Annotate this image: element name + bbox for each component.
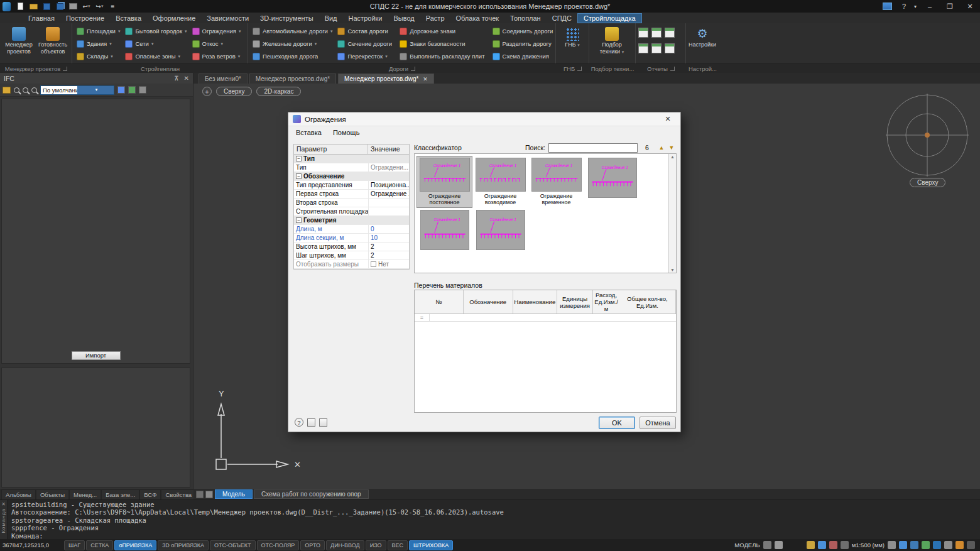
left-panel-tab[interactable]: База эле... bbox=[101, 489, 139, 499]
ribbon-button[interactable]: Состав дороги bbox=[335, 25, 396, 37]
new-file-icon[interactable] bbox=[16, 2, 25, 11]
command-line-panel[interactable]: ✕ Команда spsitebuilding - Существующее … bbox=[0, 499, 980, 539]
viewport-icon[interactable] bbox=[933, 541, 941, 549]
left-panel-tab[interactable]: Менед... bbox=[69, 489, 101, 499]
report-table-button[interactable] bbox=[638, 43, 648, 53]
ribbon-button[interactable]: Разделить дорогу bbox=[491, 38, 558, 50]
status-toggle[interactable]: ДИН-ВВОД bbox=[326, 540, 364, 550]
close-button[interactable]: ✕ bbox=[960, 0, 980, 13]
annotation-visibility-icon[interactable] bbox=[807, 541, 815, 549]
status-toggle[interactable]: ОТС-ОБЪЕКТ bbox=[210, 540, 255, 550]
layout-tab[interactable]: Схема работ по сооружению опор bbox=[254, 489, 369, 499]
notifications-icon[interactable] bbox=[956, 541, 964, 549]
zoom-icon[interactable] bbox=[899, 541, 907, 549]
isolate-objects-icon[interactable] bbox=[829, 541, 837, 549]
parameter-row[interactable]: −Длина, м 0 bbox=[294, 225, 409, 234]
parameter-row[interactable]: −Длина секции, м 10 bbox=[294, 234, 409, 243]
parameter-row[interactable]: −Тип bbox=[294, 155, 409, 163]
materials-column-header[interactable]: Единицы измерения bbox=[557, 290, 594, 314]
ribbon-tab[interactable]: Вид bbox=[319, 14, 343, 23]
open-ifc-icon[interactable] bbox=[3, 87, 11, 94]
structure-icon[interactable] bbox=[128, 86, 136, 94]
sort-icon[interactable] bbox=[117, 86, 125, 94]
ribbon-tab[interactable]: Зависимости bbox=[201, 14, 254, 23]
report-table-button[interactable] bbox=[638, 28, 648, 38]
classifier-thumbnail[interactable]: Ограждение 1 Ограждение постоянное bbox=[417, 156, 472, 207]
report-table-button[interactable] bbox=[665, 28, 675, 38]
workspace-switch-icon[interactable] bbox=[883, 3, 892, 10]
ribbon-tab[interactable]: Стройплощадка bbox=[577, 13, 642, 23]
ribbon-button[interactable]: Сечение дороги bbox=[335, 38, 396, 50]
report-table-button[interactable] bbox=[651, 28, 662, 38]
ribbon-button[interactable]: Площадки ▾ bbox=[75, 25, 122, 37]
ribbon-tab[interactable]: Растр bbox=[420, 14, 450, 23]
checkbox-icon[interactable] bbox=[371, 261, 376, 267]
help-icon[interactable]: ? bbox=[295, 418, 303, 427]
ribbon-button[interactable]: Соединить дороги bbox=[491, 25, 558, 37]
open-file-icon[interactable] bbox=[29, 2, 38, 11]
ribbon-button[interactable]: Склады ▾ bbox=[75, 50, 122, 62]
ribbon-button[interactable]: Здания ▾ bbox=[75, 38, 122, 50]
viewport-menu-button[interactable]: + bbox=[202, 87, 212, 96]
parameter-row[interactable]: −Высота штрихов, мм 2 bbox=[294, 243, 409, 251]
ribbon-button[interactable]: Железные дороги ▾ bbox=[251, 38, 334, 50]
materials-column-header[interactable]: Наименование bbox=[513, 290, 557, 314]
project-manager-button[interactable]: Менеджер проектов bbox=[3, 25, 35, 62]
qat-menu-icon[interactable]: ≡ bbox=[108, 2, 117, 11]
print-icon[interactable] bbox=[68, 2, 78, 11]
ribbon-button[interactable]: Выполнить раскладку плит bbox=[398, 50, 489, 62]
move-up-icon[interactable]: ▲ bbox=[656, 143, 667, 153]
dialog-launcher-icon[interactable] bbox=[670, 67, 675, 71]
ribbon-tab[interactable]: Вставка bbox=[110, 14, 147, 23]
ribbon-tab[interactable]: Вывод bbox=[388, 14, 420, 23]
parameter-row[interactable]: −Тип представления Позиционна... bbox=[294, 181, 409, 190]
parameter-row[interactable]: −Отображать размеры Нет bbox=[294, 260, 409, 269]
classifier-thumbnail[interactable]: Ограждение 1 Ограждение временное bbox=[529, 156, 584, 207]
layout-tab[interactable]: Модель bbox=[215, 489, 253, 499]
annotation-add-icon[interactable] bbox=[818, 541, 826, 549]
clean-screen-icon[interactable] bbox=[910, 541, 918, 549]
zoom-in-icon[interactable] bbox=[14, 87, 19, 93]
classifier-scrollbar[interactable]: ▲▼ bbox=[668, 154, 676, 273]
status-toggle[interactable]: ОТС-ПОЛЯР bbox=[257, 540, 300, 550]
compass-view-label[interactable]: Сверху bbox=[910, 178, 945, 187]
dialog-titlebar[interactable]: Ограждения ✕ bbox=[288, 112, 680, 126]
collapse-icon[interactable]: − bbox=[296, 173, 302, 179]
lock-icon[interactable] bbox=[775, 541, 783, 549]
fullscreen-icon[interactable] bbox=[944, 541, 952, 549]
columns-icon[interactable] bbox=[139, 86, 146, 94]
ribbon-button[interactable]: Бытовой городок ▾ bbox=[123, 25, 188, 37]
navigation-compass[interactable] bbox=[883, 91, 971, 179]
annotation-scale-value[interactable]: м1:500 (мм) bbox=[852, 542, 885, 548]
ribbon-button[interactable]: Знаки безопасности bbox=[398, 38, 489, 50]
status-toggle[interactable]: СЕТКА bbox=[86, 540, 113, 550]
parameter-row[interactable]: −Обозначение bbox=[294, 172, 409, 181]
redo-icon[interactable]: ↪▾ bbox=[95, 2, 104, 11]
classifier-thumbnail[interactable]: Ограждение 1 bbox=[417, 209, 472, 251]
dialog-launcher-icon[interactable] bbox=[411, 67, 415, 71]
ribbon-button[interactable]: Дорожные знаки bbox=[398, 25, 489, 37]
parameter-row[interactable]: −Тип Ограждени... bbox=[294, 163, 409, 172]
ribbon-tab[interactable]: Главная bbox=[23, 14, 60, 23]
settings-button[interactable]: ⚙ Настройки bbox=[689, 25, 716, 62]
dialog-close-icon[interactable]: ✕ bbox=[660, 115, 676, 123]
ribbon-tab[interactable]: 3D-инструменты bbox=[254, 14, 319, 23]
maximize-button[interactable]: ❐ bbox=[940, 0, 960, 13]
left-panel-tab[interactable]: ВСФ bbox=[139, 489, 161, 499]
ribbon-button[interactable]: Откос ▾ bbox=[190, 38, 243, 50]
status-toggle[interactable]: ШТРИХОВКА bbox=[409, 540, 453, 550]
model-space-indicator[interactable]: МОДЕЛЬ bbox=[734, 542, 760, 548]
document-tab[interactable]: Без имени0* ✕ bbox=[199, 74, 248, 84]
ribbon-button[interactable]: Пешеходная дорога bbox=[251, 50, 334, 62]
undo-icon[interactable]: ↩▾ bbox=[82, 2, 91, 11]
search-input[interactable] bbox=[548, 143, 638, 153]
left-panel-tab[interactable]: Альбомы bbox=[1, 489, 36, 499]
status-toggle[interactable]: ОРТО bbox=[300, 540, 325, 550]
help-button[interactable]: ? bbox=[897, 0, 911, 13]
ifc-tree-area[interactable]: Импорт bbox=[1, 99, 190, 364]
status-toggle[interactable]: ШАГ bbox=[64, 540, 85, 550]
materials-column-header[interactable]: Расход, Ед.Изм./м bbox=[593, 290, 619, 314]
view-direction-button[interactable]: Сверху bbox=[216, 87, 252, 96]
materials-column-header[interactable]: Обозначение bbox=[464, 290, 513, 314]
ribbon-button[interactable]: Перекресток ▾ bbox=[335, 50, 396, 62]
